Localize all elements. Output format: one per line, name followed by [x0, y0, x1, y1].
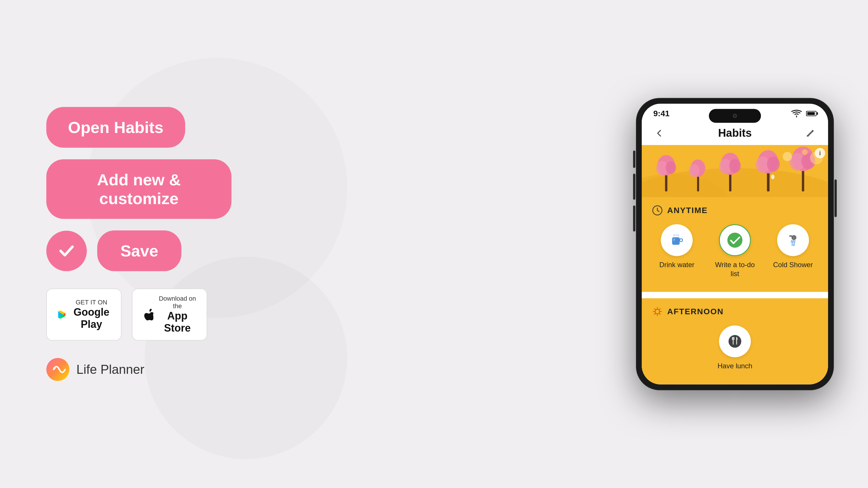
anytime-habits-row: Drink water Write a to-do list — [652, 224, 818, 284]
open-habits-button[interactable]: Open Habits — [46, 107, 185, 148]
phone-side-btn-vol-up — [633, 174, 636, 200]
shower-icon — [783, 231, 802, 250]
info-badge[interactable]: i — [815, 148, 825, 158]
afternoon-header: AFTERNOON — [652, 306, 818, 317]
status-icons — [791, 109, 816, 118]
drink-water-circle — [661, 224, 693, 256]
check-button[interactable] — [46, 231, 87, 271]
app-header: Habits — [642, 121, 828, 145]
svg-point-25 — [783, 152, 792, 161]
section-divider — [642, 292, 828, 295]
store-buttons: GET IT ON Google Play Download on the Ap… — [46, 289, 203, 340]
app-store-name: App Store — [159, 310, 196, 334]
svg-point-26 — [802, 149, 808, 155]
life-planner-icon — [46, 358, 69, 381]
svg-line-56 — [654, 314, 655, 315]
svg-line-45 — [792, 243, 792, 245]
edit-button[interactable] — [804, 127, 816, 139]
status-bar: 9:41 — [642, 104, 828, 121]
todo-label: Write a to-do list — [710, 260, 760, 278]
wifi-icon — [791, 109, 802, 118]
svg-rect-33 — [672, 237, 680, 245]
phone-side-btn-power — [834, 180, 837, 217]
phone-outer: 9:41 — [637, 99, 833, 390]
svg-point-9 — [666, 161, 676, 174]
water-icon — [668, 231, 686, 250]
svg-line-55 — [659, 309, 660, 310]
add-customize-button[interactable]: Add new & customize — [46, 159, 231, 219]
google-play-button[interactable]: GET IT ON Google Play — [46, 289, 122, 340]
phone-side-btn-mute — [633, 151, 636, 168]
app-brand-name: Life Planner — [76, 362, 144, 377]
save-button[interactable]: Save — [97, 230, 181, 271]
hero-illustration — [642, 145, 828, 197]
anytime-title: ANYTIME — [667, 206, 708, 215]
app-store-text: Download on the App Store — [159, 295, 196, 334]
checkmark-icon — [726, 231, 744, 250]
status-time: 9:41 — [653, 109, 670, 118]
dynamic-island — [709, 109, 761, 123]
app-store-prefix: Download on the — [159, 295, 196, 310]
app-brand: Life Planner — [46, 358, 203, 381]
back-arrow-icon — [655, 129, 663, 137]
svg-point-0 — [46, 358, 69, 381]
google-play-text: GET IT ON Google Play — [72, 299, 111, 330]
svg-point-40 — [793, 236, 795, 239]
svg-point-28 — [771, 174, 775, 179]
camera-dot — [733, 114, 737, 118]
hero-banner: i — [642, 145, 828, 197]
phone-side-btn-vol-down — [633, 205, 636, 232]
afternoon-section: AFTERNOON — [642, 298, 828, 384]
habit-drink-water[interactable]: Drink water — [652, 224, 702, 278]
battery-icon — [806, 111, 816, 116]
svg-point-37 — [727, 232, 742, 248]
left-panel: Open Habits Add new & customize Save — [23, 0, 226, 488]
have-lunch-circle — [719, 326, 751, 357]
habit-todo[interactable]: Write a to-do list — [710, 224, 760, 278]
habit-cold-shower[interactable]: Cold Shower — [768, 224, 818, 278]
svg-point-48 — [655, 310, 660, 314]
svg-point-16 — [729, 159, 741, 172]
cold-shower-label: Cold Shower — [773, 260, 813, 269]
drink-water-label: Drink water — [659, 260, 694, 269]
svg-line-31 — [657, 210, 659, 212]
svg-point-58 — [728, 335, 741, 348]
afternoon-title: AFTERNOON — [667, 307, 724, 316]
afternoon-habits-row: Have lunch — [652, 326, 818, 376]
save-row: Save — [46, 230, 203, 271]
phone-screen: 9:41 — [642, 104, 828, 385]
svg-point-12 — [689, 164, 699, 177]
sun-icon — [652, 306, 662, 317]
svg-point-1 — [53, 367, 56, 369]
todo-circle — [719, 224, 751, 256]
anytime-header: ANYTIME — [652, 205, 818, 216]
app-store-button[interactable]: Download on the App Store — [132, 289, 207, 340]
apple-icon — [143, 307, 153, 322]
anytime-section: ANYTIME — [642, 197, 828, 292]
svg-point-35 — [673, 238, 675, 241]
phone-mockup: 9:41 — [637, 99, 833, 390]
google-play-prefix: GET IT ON — [72, 299, 111, 306]
svg-line-53 — [654, 309, 655, 310]
app-title: Habits — [718, 127, 752, 139]
google-play-icon — [57, 307, 67, 322]
clock-icon — [652, 205, 662, 216]
back-button[interactable] — [653, 127, 665, 139]
have-lunch-label: Have lunch — [717, 361, 752, 370]
svg-line-54 — [659, 314, 660, 315]
cold-shower-circle — [777, 224, 809, 256]
google-play-name: Google Play — [72, 306, 111, 330]
edit-icon — [806, 128, 815, 138]
check-icon — [56, 241, 77, 261]
food-icon — [726, 332, 744, 351]
svg-point-20 — [767, 156, 780, 171]
habit-have-lunch[interactable]: Have lunch — [652, 326, 818, 370]
svg-line-47 — [794, 243, 795, 246]
